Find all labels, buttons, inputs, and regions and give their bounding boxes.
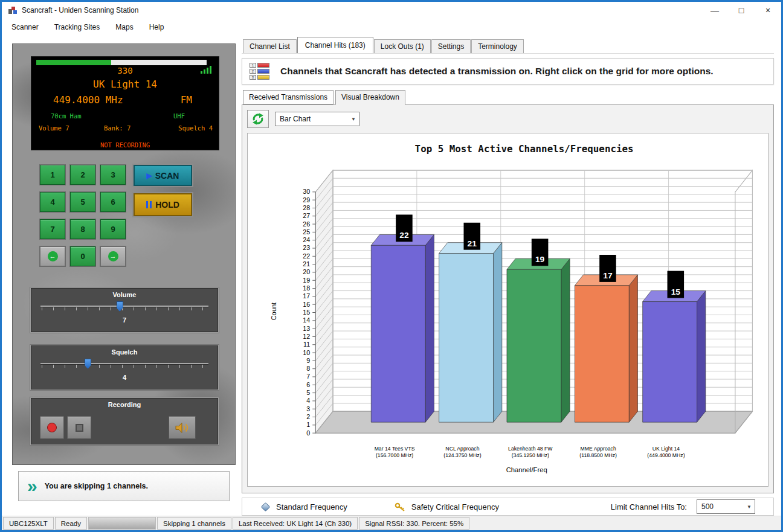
hold-button[interactable]: HOLD <box>134 193 192 216</box>
subtab-visual-breakdown[interactable]: Visual Breakdown <box>335 90 405 105</box>
key-left-arrow[interactable]: ← <box>40 246 65 266</box>
skip-message-text: You are skipping 1 channels. <box>45 482 148 490</box>
svg-text:2: 2 <box>306 413 310 420</box>
svg-text:28: 28 <box>303 204 310 211</box>
record-button[interactable] <box>40 416 64 439</box>
tab-strip: Channel ListChannel Hits (183)Lock Outs … <box>242 37 774 54</box>
close-button[interactable]: × <box>755 2 781 19</box>
squelch-value: 4 <box>31 374 218 381</box>
bar-value-label: 17 <box>603 271 612 280</box>
key-2[interactable]: 2 <box>70 165 95 185</box>
category-sublabel: (449.4000 MHz) <box>647 452 685 458</box>
tab-terminology[interactable]: Terminology <box>471 39 524 53</box>
skip-message-box: » You are skipping 1 channels. <box>18 471 230 501</box>
squelch-slider-track[interactable] <box>40 363 208 364</box>
chart-x-axis-label: Channel/Freq <box>506 466 547 473</box>
svg-text:15: 15 <box>303 309 310 316</box>
svg-text:10: 10 <box>303 349 310 356</box>
squelch-slider[interactable] <box>40 358 208 370</box>
lcd-squelch: Squelch 4 <box>178 124 213 132</box>
tab-channel-list[interactable]: Channel List <box>243 39 297 53</box>
category-label: MME Approach <box>580 446 616 452</box>
key-9[interactable]: 9 <box>100 219 126 239</box>
window-controls: — □ × <box>701 2 781 19</box>
svg-text:12: 12 <box>303 333 310 340</box>
subtab-strip: Received TransmissionsVisual Breakdown <box>242 90 774 104</box>
recording-label: Recording <box>31 401 218 408</box>
chart-type-select[interactable]: Bar Chart ▼ <box>275 112 359 126</box>
chart-controls-row: Bar Chart ▼ <box>247 110 768 128</box>
scanner-panel: 330 UK Light 14 449.4000 MHz FM 70cm Ham… <box>12 43 236 516</box>
svg-text:29: 29 <box>303 196 310 204</box>
lcd-progress-fill <box>36 60 111 65</box>
key-7[interactable]: 7 <box>40 219 65 239</box>
minimize-button[interactable]: — <box>701 2 728 19</box>
scan-button-label: SCAN <box>155 171 179 181</box>
svg-text:5: 5 <box>306 389 310 396</box>
key-8[interactable]: 8 <box>70 219 95 239</box>
left-arrow-icon: ← <box>48 251 58 261</box>
status-model: UBC125XLT <box>3 517 54 530</box>
menu-scanner[interactable]: Scanner <box>11 23 39 31</box>
category-sublabel: (124.3750 MHz) <box>443 452 481 458</box>
svg-text:24: 24 <box>303 236 310 243</box>
menu-tracking-sites[interactable]: Tracking Sites <box>54 23 100 31</box>
subtab-received-transmissions[interactable]: Received Transmissions <box>243 90 334 104</box>
chart-panel[interactable]: Top 5 Most Active Channels/Frequencies01… <box>247 133 768 487</box>
lcd-band: 70cm Ham <box>51 112 82 120</box>
key-6[interactable]: 6 <box>100 192 126 212</box>
svg-text:17: 17 <box>303 292 310 300</box>
lcd-volume: Volume 7 <box>39 124 69 132</box>
bar-value-label: 21 <box>468 239 477 248</box>
key-3[interactable]: 3 <box>100 165 126 185</box>
svg-text:27: 27 <box>303 212 310 219</box>
volume-slider-ticks <box>42 307 207 310</box>
menu-maps[interactable]: Maps <box>115 23 133 31</box>
key-icon <box>395 502 406 512</box>
volume-panel: Volume 7 <box>30 287 219 333</box>
key-0[interactable]: 0 <box>70 246 95 266</box>
status-state: Ready <box>55 517 87 530</box>
category-label: NCL Approach <box>445 446 479 452</box>
volume-slider-track[interactable] <box>40 306 208 307</box>
lcd-recording-status: NOT RECORDING <box>31 141 219 149</box>
key-right-arrow[interactable]: → <box>100 246 126 266</box>
channel-list-icon: 1 2 3 <box>250 63 269 80</box>
maximize-button[interactable]: □ <box>728 2 755 19</box>
refresh-button[interactable] <box>247 110 269 128</box>
limit-channel-hits-select[interactable]: 500 ▼ <box>697 499 755 514</box>
tab-lock-outs-1[interactable]: Lock Outs (1) <box>374 39 431 53</box>
refresh-icon <box>251 112 265 126</box>
status-signal: Signal RSSI: 330. Percent: 55% <box>359 517 469 530</box>
svg-text:1: 1 <box>306 421 310 428</box>
chart-title: Top 5 Most Active Channels/Frequencies <box>415 143 634 155</box>
signal-bars-icon <box>201 65 211 74</box>
volume-slider[interactable] <box>40 301 208 313</box>
speaker-icon <box>175 422 190 434</box>
key-4[interactable]: 4 <box>40 192 65 212</box>
svg-text:16: 16 <box>303 301 310 308</box>
menu-bar: ScannerTracking SitesMapsHelp <box>2 19 781 35</box>
tab-settings[interactable]: Settings <box>431 39 471 53</box>
legend-standard-frequency: Standard Frequency <box>260 502 347 512</box>
category-label: UK Light 14 <box>652 446 680 452</box>
status-bar: UBC125XLT Ready Skipping 1 channels Last… <box>2 516 781 530</box>
bar-uk-light-14 <box>643 302 697 423</box>
svg-text:18: 18 <box>303 284 310 292</box>
bar-value-label: 19 <box>535 255 545 264</box>
tab-channel-hits-183[interactable]: Channel Hits (183) <box>297 37 373 53</box>
category-sublabel: (156.7000 MHz) <box>376 452 413 458</box>
menu-help[interactable]: Help <box>149 23 164 31</box>
svg-text:30: 30 <box>303 188 310 195</box>
squelch-panel: Squelch 4 <box>30 345 219 390</box>
stop-button[interactable] <box>67 416 91 439</box>
svg-text:14: 14 <box>303 316 310 324</box>
scan-button[interactable]: ▶ SCAN <box>134 165 192 186</box>
key-5[interactable]: 5 <box>70 192 95 212</box>
status-progress-bar <box>88 517 156 530</box>
pause-icon <box>146 201 152 208</box>
speaker-button[interactable] <box>169 416 196 439</box>
recording-panel: Recording <box>30 397 219 445</box>
category-label: Mar 14 Tees VTS <box>375 446 415 452</box>
key-1[interactable]: 1 <box>40 165 65 185</box>
